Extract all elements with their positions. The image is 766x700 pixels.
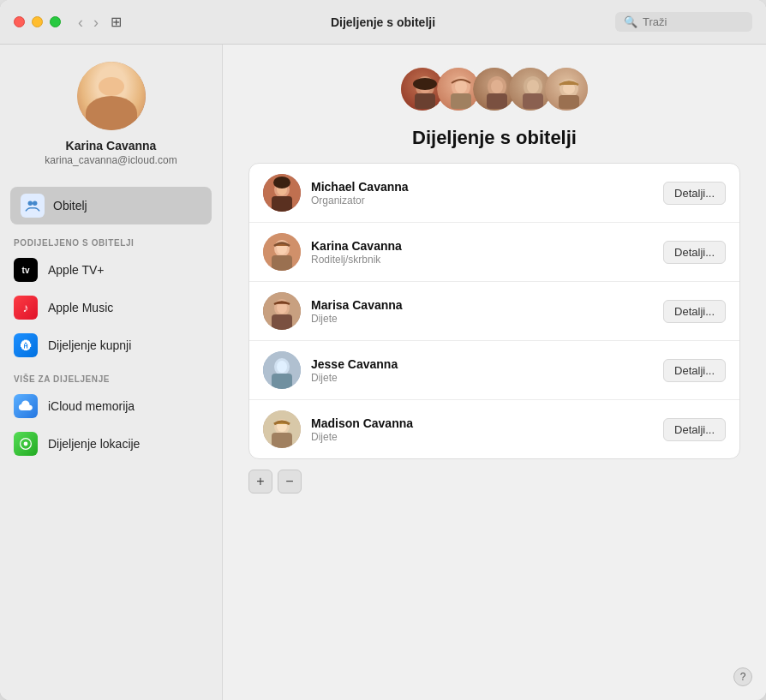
member-name-1: Michael Cavanna xyxy=(311,180,653,194)
remove-member-button[interactable]: − xyxy=(278,470,302,494)
member-role-2: Roditelj/skrbnik xyxy=(311,254,653,266)
table-row: Karina Cavanna Roditelj/skrbnik Detalji.… xyxy=(249,223,739,282)
svg-point-24 xyxy=(273,176,290,188)
section2-label: VIŠE ZA DIJELJENJE xyxy=(0,364,222,387)
svg-rect-15 xyxy=(523,93,543,109)
sidebar-item-family[interactable]: Obitelj xyxy=(10,187,212,224)
svg-point-16 xyxy=(527,80,539,93)
sidebar-item-location[interactable]: Dijeljenje lokacije xyxy=(0,425,222,463)
detalji-button-5[interactable]: Detalji... xyxy=(663,418,726,441)
member-avatar-5 xyxy=(263,410,301,448)
appletv-icon: tv xyxy=(14,258,38,282)
member-name-2: Karina Cavanna xyxy=(311,239,653,253)
search-icon: 🔍 xyxy=(624,15,637,28)
table-row: Michael Cavanna Organizator Detalji... xyxy=(249,164,739,223)
member-avatar-2 xyxy=(263,233,301,271)
location-label: Dijeljenje lokacije xyxy=(48,437,140,451)
svg-point-13 xyxy=(491,80,503,93)
family-icon xyxy=(21,194,45,218)
member-role-4: Dijete xyxy=(311,372,653,384)
close-button[interactable] xyxy=(14,16,25,27)
user-profile: Karina Cavanna karina_cavanna@icloud.com xyxy=(0,62,222,180)
applemusic-icon: ♪ xyxy=(14,296,38,320)
purchases-label: Dijeljenje kupnji xyxy=(48,338,131,352)
table-row: Marisa Cavanna Dijete Detalji... xyxy=(249,282,739,341)
main-window: ‹ › ⊞ Dijeljenje s obitelji 🔍 Karina Cav… xyxy=(0,0,766,700)
forward-button[interactable]: › xyxy=(90,13,102,32)
purchases-icon: 🅐 xyxy=(14,333,38,357)
user-name: Karina Cavanna xyxy=(66,139,157,153)
svg-point-36 xyxy=(277,361,287,373)
member-info-1: Michael Cavanna Organizator xyxy=(311,180,653,206)
content-area: Karina Cavanna karina_cavanna@icloud.com… xyxy=(0,45,766,700)
member-avatar-1 xyxy=(263,174,301,212)
member-role-3: Dijete xyxy=(311,313,653,325)
svg-rect-5 xyxy=(415,93,435,109)
applemusic-label: Apple Music xyxy=(48,301,113,314)
svg-point-1 xyxy=(33,201,37,206)
nav-buttons: ‹ › xyxy=(75,13,102,32)
add-member-button[interactable]: + xyxy=(248,470,272,494)
member-avatar-4 xyxy=(263,351,301,389)
sidebar-item-icloud[interactable]: iCloud memorija xyxy=(0,387,222,425)
svg-rect-35 xyxy=(272,374,292,389)
search-input[interactable] xyxy=(643,15,728,28)
detalji-button-2[interactable]: Detalji... xyxy=(663,241,726,264)
svg-rect-27 xyxy=(272,255,292,271)
grid-icon[interactable]: ⊞ xyxy=(111,14,122,30)
user-email: karina_cavanna@icloud.com xyxy=(45,154,177,166)
svg-rect-39 xyxy=(272,433,292,448)
sidebar: Karina Cavanna karina_cavanna@icloud.com… xyxy=(0,45,223,700)
member-info-2: Karina Cavanna Roditelj/skrbnik xyxy=(311,239,653,266)
avatar xyxy=(77,62,146,130)
main-panel: Dijeljenje s obitelji Michae xyxy=(223,45,766,700)
family-avatar-5 xyxy=(542,65,590,113)
member-role-1: Organizator xyxy=(311,194,653,206)
sidebar-item-purchases[interactable]: 🅐 Dijeljenje kupnji xyxy=(0,326,222,364)
traffic-lights xyxy=(14,16,61,27)
avatar-image xyxy=(77,62,146,130)
svg-point-0 xyxy=(28,201,33,206)
location-icon xyxy=(14,432,38,456)
member-info-5: Madison Cavanna Dijete xyxy=(311,416,653,443)
appletv-label: Apple TV+ xyxy=(48,263,105,277)
svg-rect-7 xyxy=(413,78,437,90)
back-button[interactable]: ‹ xyxy=(75,13,87,32)
search-box[interactable]: 🔍 xyxy=(615,12,752,32)
maximize-button[interactable] xyxy=(50,16,61,27)
member-info-4: Jesse Cavanna Dijete xyxy=(311,357,653,384)
svg-rect-31 xyxy=(272,314,292,330)
member-name-5: Madison Cavanna xyxy=(311,416,653,430)
members-list: Michael Cavanna Organizator Detalji... xyxy=(248,163,740,459)
family-avatars-row xyxy=(398,65,590,113)
sidebar-item-applemusic[interactable]: ♪ Apple Music xyxy=(0,289,222,326)
bottom-actions: + − xyxy=(248,470,302,494)
table-row: Madison Cavanna Dijete Detalji... xyxy=(249,400,739,458)
minimize-button[interactable] xyxy=(32,16,43,27)
window-title: Dijeljenje s obitelji xyxy=(331,15,435,29)
svg-point-10 xyxy=(455,80,467,93)
help-button[interactable]: ? xyxy=(733,667,752,686)
member-info-3: Marisa Cavanna Dijete xyxy=(311,298,653,325)
member-name-3: Marisa Cavanna xyxy=(311,298,653,312)
detalji-button-3[interactable]: Detalji... xyxy=(663,300,726,323)
family-label: Obitelj xyxy=(53,199,87,212)
table-row: Jesse Cavanna Dijete Detalji... xyxy=(249,341,739,400)
sidebar-item-appletv[interactable]: tv Apple TV+ xyxy=(0,251,222,289)
svg-point-3 xyxy=(24,442,28,446)
member-avatar-3 xyxy=(263,292,301,330)
titlebar: ‹ › ⊞ Dijeljenje s obitelji 🔍 xyxy=(0,0,766,45)
section1-label: PODIJELJENO S OBITELJI xyxy=(0,228,222,251)
icloud-icon xyxy=(14,394,38,418)
svg-rect-22 xyxy=(272,196,292,212)
detalji-button-4[interactable]: Detalji... xyxy=(663,359,726,382)
svg-rect-18 xyxy=(559,95,579,109)
main-title: Dijeljenje s obitelji xyxy=(412,127,577,149)
detalji-button-1[interactable]: Detalji... xyxy=(663,182,726,205)
svg-rect-12 xyxy=(487,93,507,109)
member-role-5: Dijete xyxy=(311,431,653,443)
icloud-label: iCloud memorija xyxy=(48,399,135,413)
member-name-4: Jesse Cavanna xyxy=(311,357,653,371)
svg-rect-9 xyxy=(451,93,471,109)
